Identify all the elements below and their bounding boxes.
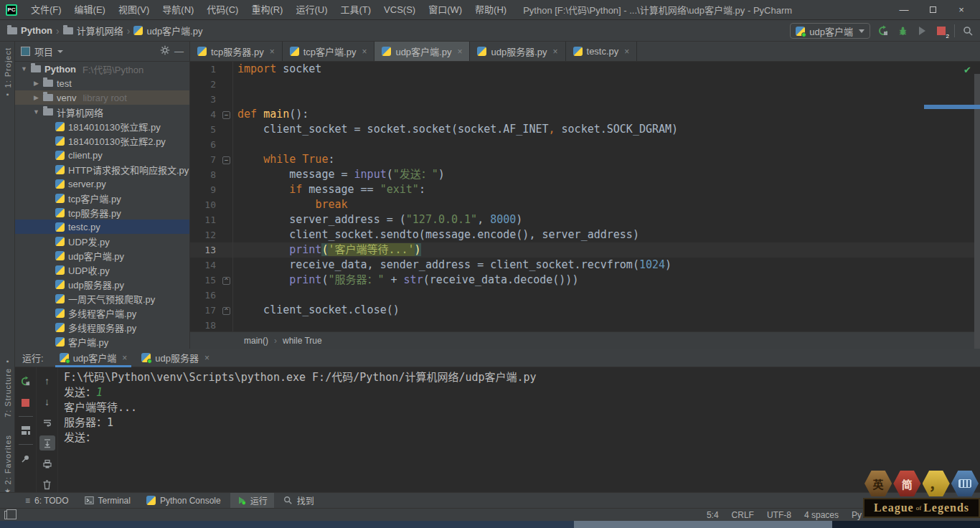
close-icon[interactable]: × xyxy=(553,47,558,57)
menu-item-6[interactable]: 运行(U) xyxy=(289,0,334,20)
tree-item[interactable]: UDP收.py xyxy=(15,263,189,277)
code-line[interactable]: 12 client_socket.sendto(message.encode()… xyxy=(190,227,980,242)
toolwindow-button-todo[interactable]: ≡6: TODO xyxy=(19,493,75,509)
close-button[interactable]: × xyxy=(947,1,976,19)
up-icon[interactable]: ↑ xyxy=(39,373,55,388)
editor-breadcrumb-item[interactable]: main() xyxy=(244,336,268,346)
fold-icon[interactable]: − xyxy=(220,152,233,167)
tree-item[interactable]: tcp客户端.py xyxy=(15,191,189,205)
tree-item[interactable]: tcp服务器.py xyxy=(15,205,189,220)
line-number[interactable]: 11 xyxy=(190,212,220,227)
tree-item[interactable]: HTTP请求报文和响应报文.py xyxy=(15,162,189,176)
tree-item[interactable]: 一周天气预报爬取.py xyxy=(15,291,189,306)
close-icon[interactable]: × xyxy=(457,47,462,57)
status-item-0[interactable]: 5:4 xyxy=(707,510,719,520)
maximize-button[interactable] xyxy=(918,1,947,19)
search-everywhere-button[interactable] xyxy=(961,24,974,37)
debug-button[interactable] xyxy=(896,24,909,37)
code-line[interactable]: 8 message = input("发送：") xyxy=(190,167,980,182)
menu-item-1[interactable]: 编辑(E) xyxy=(68,0,112,20)
line-number[interactable]: 3 xyxy=(190,92,220,107)
editor-tab[interactable]: udp服务器.py× xyxy=(470,42,565,61)
tree-expand-icon[interactable]: ▶ xyxy=(33,80,39,87)
menu-item-7[interactable]: 工具(T) xyxy=(334,0,377,20)
fold-icon[interactable]: ^ xyxy=(220,273,233,288)
code-line[interactable]: 18 xyxy=(190,318,980,331)
ime-badge-blue[interactable] xyxy=(951,471,979,496)
fold-icon[interactable]: ^ xyxy=(220,303,233,318)
code-line[interactable]: 3 xyxy=(190,92,980,107)
fold-marker-icon[interactable]: − xyxy=(222,156,230,164)
stripe-favorites-button[interactable]: 2: Favorites ★ xyxy=(0,435,15,495)
tree-item[interactable]: ▶test xyxy=(15,76,189,90)
toolwindow-button-terminal[interactable]: Terminal xyxy=(78,493,137,509)
ime-badge-bronze[interactable]: 英 xyxy=(864,471,892,496)
menu-item-5[interactable]: 重构(R) xyxy=(245,0,289,20)
tree-item[interactable]: testc.py xyxy=(15,220,189,234)
stop-icon[interactable] xyxy=(18,395,34,410)
stripe-structure-button[interactable]: ▪ 7: Structure xyxy=(0,357,15,418)
line-number[interactable]: 10 xyxy=(190,197,220,212)
pin-icon[interactable] xyxy=(18,451,34,466)
tree-expand-icon[interactable]: ▶ xyxy=(33,94,39,101)
tree-expand-icon[interactable]: ▼ xyxy=(21,65,27,72)
line-number[interactable]: 1 xyxy=(190,62,220,77)
tree-item[interactable]: 1814010130张立辉.py xyxy=(15,119,189,133)
editor-tab[interactable]: tcp客户端.py× xyxy=(283,42,375,61)
editor-breadcrumb-item[interactable]: while True xyxy=(283,336,322,346)
tree-item[interactable]: client.py xyxy=(15,148,189,162)
code-editor[interactable]: 1import socket234−def main():5 client_so… xyxy=(190,62,980,331)
run-with-coverage-button[interactable] xyxy=(915,24,928,37)
code-line[interactable]: 4−def main(): xyxy=(190,107,980,122)
line-number[interactable]: 15 xyxy=(190,273,220,288)
gear-icon[interactable] xyxy=(160,45,170,57)
line-number[interactable]: 6 xyxy=(190,137,220,152)
fold-marker-icon[interactable]: ^ xyxy=(222,277,230,285)
tree-item[interactable]: UDP发.py xyxy=(15,234,189,248)
menu-item-9[interactable]: 窗口(W) xyxy=(422,0,468,20)
hide-panel-icon[interactable]: — xyxy=(174,46,184,57)
code-line[interactable]: 9 if message == "exit": xyxy=(190,182,980,197)
console-output[interactable]: F:\代码\Python\venv\Scripts\python.exe F:/… xyxy=(64,370,980,446)
stop-button[interactable]: 2 xyxy=(935,24,948,37)
code-line[interactable]: 7− while True: xyxy=(190,152,980,167)
status-item-4[interactable]: Py xyxy=(852,510,862,520)
stripe-project-button[interactable]: 1: Project ▪ xyxy=(0,47,15,98)
code-line[interactable]: 5 client_socket = socket.socket(socket.A… xyxy=(190,122,980,137)
code-line[interactable]: 6 xyxy=(190,137,980,152)
scrollend-icon[interactable] xyxy=(39,435,55,451)
line-number[interactable]: 17 xyxy=(190,303,220,318)
menu-item-3[interactable]: 导航(N) xyxy=(156,0,200,20)
line-number[interactable]: 14 xyxy=(190,258,220,273)
editor-tab[interactable]: udp客户端.py× xyxy=(374,42,470,61)
run-configuration-select[interactable]: udp客户端 xyxy=(790,23,870,39)
print-icon[interactable] xyxy=(39,456,55,471)
code-line[interactable]: 1import socket xyxy=(190,62,980,77)
menu-item-2[interactable]: 视图(V) xyxy=(112,0,156,20)
rerun-icon[interactable] xyxy=(18,373,34,389)
tree-item[interactable]: 1814010130张立辉2.py xyxy=(15,133,189,148)
toolwindow-button-run[interactable]: 运行 xyxy=(230,493,274,509)
tree-item[interactable]: server.py xyxy=(15,176,189,191)
line-number[interactable]: 5 xyxy=(190,122,220,137)
code-line[interactable]: 2 xyxy=(190,77,980,92)
breadcrumb-item[interactable]: Python xyxy=(7,25,52,36)
fold-marker-icon[interactable]: − xyxy=(222,111,230,119)
code-line[interactable]: 10 break xyxy=(190,197,980,212)
code-line[interactable]: 16 xyxy=(190,288,980,303)
tree-item[interactable]: 多线程客户端.py xyxy=(15,306,189,320)
editor-tab[interactable]: testc.py× xyxy=(566,42,638,61)
tree-expand-icon[interactable]: ▼ xyxy=(33,108,39,116)
tree-item[interactable]: ▼计算机网络 xyxy=(15,105,189,119)
close-icon[interactable]: × xyxy=(624,47,629,57)
inspection-ok-icon[interactable]: ✔ xyxy=(963,65,971,75)
status-item-2[interactable]: UTF-8 xyxy=(767,510,791,520)
rerun-button[interactable] xyxy=(877,24,890,37)
line-number[interactable]: 9 xyxy=(190,182,220,197)
tree-item[interactable]: udp服务器.py xyxy=(15,277,189,291)
menu-item-10[interactable]: 帮助(H) xyxy=(468,0,513,20)
toolwindow-button-search[interactable]: 找到 xyxy=(277,493,321,509)
code-line[interactable]: 14 receive_data, sender_address = client… xyxy=(190,258,980,273)
close-icon[interactable]: × xyxy=(204,353,209,363)
editor-tab[interactable]: tcp服务器.py× xyxy=(190,42,283,61)
